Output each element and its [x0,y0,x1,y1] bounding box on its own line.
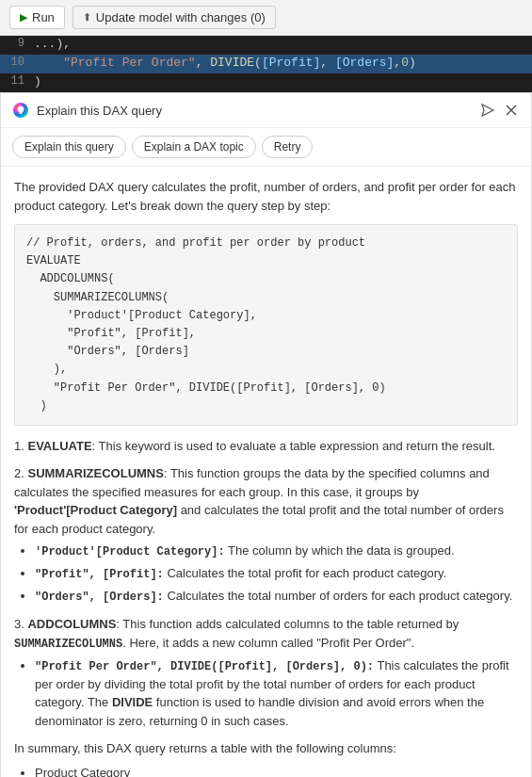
run-label: Run [32,10,55,24]
ai-intro-text: The provided DAX query calculates the pr… [14,178,518,215]
explanation-2-text: 2. SUMMARIZECOLUMNS: This function group… [14,464,518,538]
summary-columns-list: Product Category Profit Orders Profit Pe… [14,764,518,777]
toolbar: ▶ Run ⬆ Update model with changes (0) [0,0,532,36]
explain-query-button[interactable]: Explain this query [12,136,126,158]
ai-content: The provided DAX query calculates the pr… [1,167,531,777]
run-button[interactable]: ▶ Run [9,6,65,29]
summary-section: In summary, this DAX query returns a tab… [14,739,518,777]
explanation-item-1: 1. EVALUATE: This keyword is used to eva… [14,437,518,456]
action-buttons-row: Explain this query Explain a DAX topic R… [1,128,531,167]
explanation-item-2: 2. SUMMARIZECOLUMNS: This function group… [14,464,518,606]
line-number-11: 11 [0,73,34,88]
play-icon: ▶ [20,11,27,24]
code-line-9: 9 ...), [0,36,532,55]
update-label: Update model with changes (0) [96,10,266,24]
bullet-item: "Profit Per Order", DIVIDE([Profit], [Or… [35,656,518,731]
ai-send-button[interactable] [478,101,497,120]
explanation-3-desc: : This function adds calculated columns … [116,617,459,631]
explanation-1-text: 1. EVALUATE: This keyword is used to eva… [14,437,518,456]
explanation-list: 1. EVALUATE: This keyword is used to eva… [14,437,518,731]
upload-icon: ⬆ [83,11,91,24]
code-line-10: 10 "Profit Per Order", DIVIDE([Profit], … [0,55,532,73]
ai-panel-title: Explain this DAX query [37,104,478,118]
explanation-item-3: 3. ADDCOLUMNS: This function adds calcul… [14,615,518,730]
explanation-3-bullets: "Profit Per Order", DIVIDE([Profit], [Or… [14,656,518,731]
code-content-9: ...), [34,36,71,52]
explanation-3-num: 3. [14,617,27,631]
send-icon [480,103,495,118]
line-number-10: 10 [0,55,34,69]
explanation-3-inline-bold: SUMMARIZECOLUMNS [14,638,122,651]
bullet-item: "Profit", [Profit]: Calculates the total… [35,564,518,583]
summary-col-1: Product Category [35,764,518,777]
explanation-2-keyword: SUMMARIZECOLUMNS [27,466,163,480]
ai-close-button[interactable] [503,102,520,119]
bullet-item: 'Product'[Product Category]: The column … [35,542,518,560]
explanation-3-keyword: ADDCOLUMNS [27,617,116,631]
copilot-icon [12,102,29,119]
code-editor: 9 ...), 10 "Profit Per Order", DIVIDE([P… [0,36,532,92]
code-content-10: "Profit Per Order", DIVIDE([Profit], [Or… [34,55,416,71]
close-icon [505,104,518,117]
explanation-3-text: 3. ADDCOLUMNS: This function adds calcul… [14,615,518,653]
retry-button[interactable]: Retry [262,136,314,158]
update-model-button[interactable]: ⬆ Update model with changes (0) [73,6,276,29]
explanation-1-keyword: EVALUATE [27,439,91,453]
explanation-2-bullets: 'Product'[Product Category]: The column … [14,542,518,606]
ai-panel: Explain this DAX query Explain this quer… [0,92,532,777]
bullet-item: "Orders", [Orders]: Calculates the total… [35,587,518,606]
explanation-3-desc2: . Here, it adds a new column called "Pro… [122,636,414,650]
line-number-9: 9 [0,36,34,50]
explanation-2-inline-bold: 'Product'[Product Category] [14,503,177,517]
code-block-display: // Profit, orders, and profit per order … [14,224,518,426]
explanation-1-desc: : This keyword is used to evaluate a tab… [92,439,495,453]
explain-dax-topic-button[interactable]: Explain a DAX topic [132,136,256,158]
ai-header-actions [478,101,520,120]
ai-header: Explain this DAX query [1,93,531,128]
summary-intro-text: In summary, this DAX query returns a tab… [14,739,518,758]
code-line-11: 11 ) [0,73,532,92]
explanation-2-num: 2. [14,466,27,480]
code-content-11: ) [34,73,41,89]
explanation-1-num: 1. [14,439,27,453]
